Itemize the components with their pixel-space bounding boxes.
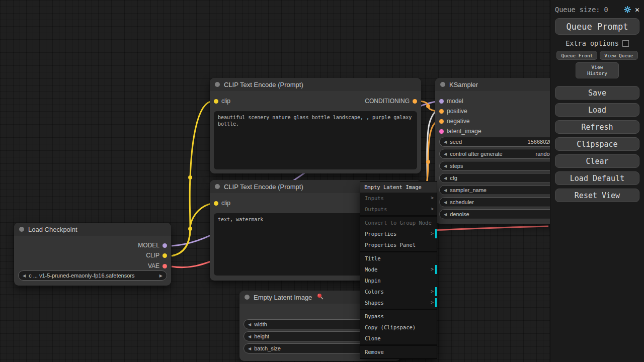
output-slot-clip[interactable]: CLIP xyxy=(146,251,167,259)
close-icon[interactable]: ✕ xyxy=(635,5,639,14)
slot-label: MODEL xyxy=(138,242,159,249)
view-queue-button[interactable]: View Queue xyxy=(600,51,637,60)
widget-left-arrow-icon[interactable]: ◀ xyxy=(444,212,447,217)
node-collapse-dot[interactable] xyxy=(215,184,220,189)
refresh-button[interactable]: Refresh xyxy=(555,120,639,134)
widget-left-arrow-icon[interactable]: ◀ xyxy=(444,152,447,156)
clear-button[interactable]: Clear xyxy=(555,154,639,168)
slot-dot-conditioning[interactable] xyxy=(439,109,444,114)
extra-options-checkbox[interactable] xyxy=(622,40,629,47)
ctx-item-outputs: Outputs > xyxy=(360,204,437,215)
node-collapse-dot[interactable] xyxy=(215,82,220,87)
ctx-item-colors[interactable]: Colors > xyxy=(360,286,437,297)
slot-label: VAE xyxy=(148,262,159,269)
extra-options-label: Extra options xyxy=(566,39,619,47)
node-clip-text-encode-positive[interactable]: CLIP Text Encode (Prompt) clip CONDITION… xyxy=(210,78,421,173)
input-slot-latent-image[interactable]: latent_image xyxy=(439,127,481,135)
slot-dot-clip[interactable] xyxy=(163,253,167,258)
submenu-arrow-icon: > xyxy=(431,264,434,275)
slot-label: positive xyxy=(447,108,467,115)
ctx-item-bypass[interactable]: Bypass xyxy=(360,311,437,322)
output-slot-model[interactable]: MODEL xyxy=(138,241,167,249)
prompt-textarea[interactable]: beautiful scenery nature glass bottle la… xyxy=(214,111,417,169)
slot-dot-conditioning[interactable] xyxy=(413,99,417,104)
output-slot-conditioning[interactable]: CONDITIONING xyxy=(365,97,417,105)
node-context-menu: Empty Latent Image Inputs > Outputs > Co… xyxy=(360,181,437,359)
ctx-item-mode[interactable]: Mode > xyxy=(360,264,437,275)
widget-left-arrow-icon[interactable]: ◀ xyxy=(444,176,447,180)
context-menu-title: Empty Latent Image xyxy=(360,182,437,193)
ctx-item-title[interactable]: Title xyxy=(360,253,437,264)
menu-separator xyxy=(360,215,437,217)
node-load-checkpoint[interactable]: Load Checkpoint MODEL CLIP VAE ◀ c ... v… xyxy=(14,223,171,286)
node-title: KSampler xyxy=(449,81,478,88)
settings-gear-icon[interactable] xyxy=(623,6,631,14)
node-title: Load Checkpoint xyxy=(28,226,77,233)
node-canvas[interactable]: CLIP Text Encode (Prompt) clip CONDITION… xyxy=(0,0,644,362)
node-title-bar[interactable]: Load Checkpoint xyxy=(14,223,171,236)
submenu-arrow-icon: > xyxy=(431,297,434,308)
reset-view-button[interactable]: Reset View xyxy=(555,189,639,202)
ctx-item-inputs: Inputs > xyxy=(360,193,437,204)
slot-dot-latent[interactable] xyxy=(439,129,444,134)
comfy-menu-panel: Queue size: 0 ✕ Queue Prompt Extra optio… xyxy=(550,0,644,362)
widget-left-arrow-icon[interactable]: ◀ xyxy=(444,140,447,144)
widget-left-arrow-icon[interactable]: ◀ xyxy=(444,164,447,168)
widget-left-arrow-icon[interactable]: ◀ xyxy=(248,334,251,339)
ctx-item-unpin[interactable]: Unpin xyxy=(360,275,437,286)
slot-label: CONDITIONING xyxy=(365,98,410,105)
slot-label: CLIP xyxy=(146,252,159,259)
save-button[interactable]: Save xyxy=(555,86,639,100)
menu-separator xyxy=(360,251,437,252)
clipspace-button[interactable]: Clipspace xyxy=(555,137,639,151)
widget-left-arrow-icon[interactable]: ◀ xyxy=(444,188,447,193)
ctx-item-remove[interactable]: Remove xyxy=(360,346,437,357)
output-slot-vae[interactable]: VAE xyxy=(148,262,167,270)
slot-dot-model[interactable] xyxy=(439,99,444,104)
ctx-item-properties[interactable]: Properties > xyxy=(360,228,437,239)
load-default-button[interactable]: Load Default xyxy=(555,171,639,185)
node-collapse-dot[interactable] xyxy=(19,227,24,232)
slot-dot-conditioning[interactable] xyxy=(439,119,444,124)
slot-label: clip xyxy=(221,200,230,207)
slot-label: clip xyxy=(221,98,230,105)
slot-dot-model[interactable] xyxy=(163,243,167,248)
ctx-item-clone[interactable]: Clone xyxy=(360,333,437,344)
submenu-arrow-icon: > xyxy=(431,286,434,297)
input-slot-negative[interactable]: negative xyxy=(439,117,469,125)
slot-dot-clip[interactable] xyxy=(214,99,218,104)
load-button[interactable]: Load xyxy=(555,103,639,117)
widget-left-arrow-icon[interactable]: ◀ xyxy=(248,346,251,351)
input-slot-model[interactable]: model xyxy=(439,97,463,105)
submenu-arrow-icon: > xyxy=(431,204,434,215)
input-slot-clip[interactable]: clip xyxy=(214,199,230,207)
slot-label: model xyxy=(447,98,463,105)
node-collapse-dot[interactable] xyxy=(440,82,445,87)
view-history-button[interactable]: View History xyxy=(576,62,619,78)
input-slot-clip[interactable]: clip xyxy=(214,97,230,105)
slot-dot-vae[interactable] xyxy=(163,264,167,268)
ctx-item-convert-to-group-node: Convert to Group Node xyxy=(360,217,437,228)
node-title-bar[interactable]: CLIP Text Encode (Prompt) xyxy=(210,78,421,91)
queue-size-label: Queue size: 0 xyxy=(555,6,620,14)
ctx-item-shapes[interactable]: Shapes > xyxy=(360,297,437,308)
widget-left-arrow-icon[interactable]: ◀ xyxy=(444,200,447,205)
menu-separator xyxy=(360,309,437,310)
queue-front-button[interactable]: Queue Front xyxy=(556,51,597,60)
node-title: Empty Latent Image xyxy=(254,294,312,301)
submenu-arrow-icon: > xyxy=(431,193,434,204)
slot-label: negative xyxy=(447,118,469,125)
combo-right-arrow-icon[interactable]: ▶ xyxy=(159,274,163,278)
node-collapse-dot[interactable] xyxy=(245,295,250,300)
widget-left-arrow-icon[interactable]: ◀ xyxy=(248,322,251,327)
pin-icon xyxy=(317,293,324,302)
slot-dot-clip[interactable] xyxy=(214,201,218,206)
ctx-item-copy-clipspace[interactable]: Copy (Clipspace) xyxy=(360,322,437,333)
menu-separator xyxy=(360,344,437,346)
queue-prompt-button[interactable]: Queue Prompt xyxy=(555,18,639,35)
input-slot-positive[interactable]: positive xyxy=(439,107,467,115)
ctx-item-properties-panel[interactable]: Properties Panel xyxy=(360,239,437,250)
node-title: CLIP Text Encode (Prompt) xyxy=(224,183,303,191)
combo-left-arrow-icon[interactable]: ◀ xyxy=(23,274,26,278)
ckpt-name-combo-widget[interactable]: ◀ c ... v1-5-pruned-emaonly-fp16.safeten… xyxy=(18,270,167,281)
